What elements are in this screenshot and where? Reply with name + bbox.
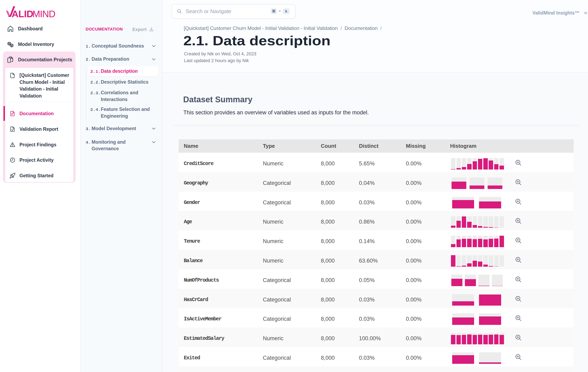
svg-text:MIND: MIND	[32, 9, 55, 19]
svg-text:ALID: ALID	[12, 9, 33, 19]
